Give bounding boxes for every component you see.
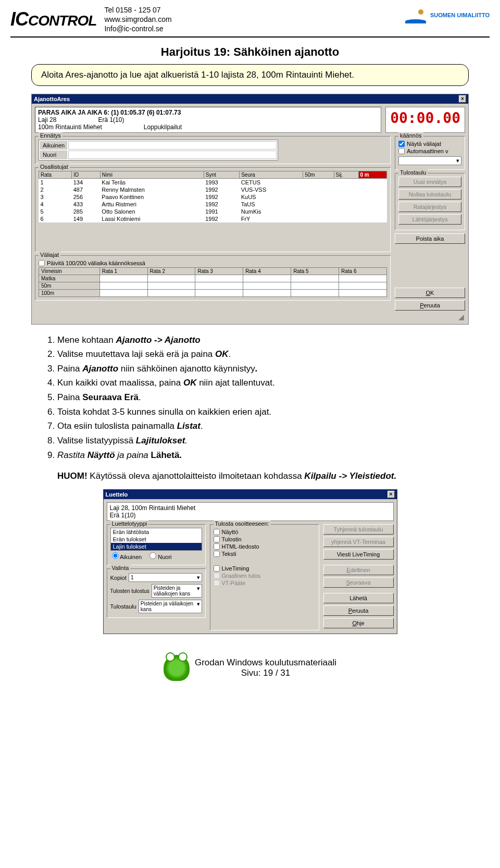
- vr-100m: 100m: [39, 289, 100, 296]
- tulostaulu-label: Tulostaulu: [110, 603, 136, 610]
- nollaa-button[interactable]: Nollaa tulostaulu: [398, 189, 461, 200]
- th-50m[interactable]: 50m: [303, 171, 334, 178]
- footer-line2: Sivu: 19 / 31: [195, 668, 336, 678]
- loppu-text: Loppukilpailut: [144, 123, 182, 131]
- luettelo-title-text: Luettelo: [106, 491, 128, 498]
- uusi-ennatys-button[interactable]: Uusi ennätys: [398, 177, 461, 187]
- naytto-checkbox[interactable]: [214, 529, 220, 535]
- page-header: ICCONTROL Tel 0158 - 125 07 www.simgroda…: [0, 0, 500, 36]
- close-icon[interactable]: ×: [459, 95, 466, 103]
- tyhjenna-vt-button[interactable]: yhjennä VT-Terminaa: [323, 537, 394, 547]
- vr-matka: Matka: [39, 275, 100, 282]
- automaattinen-checkbox[interactable]: [398, 148, 405, 154]
- resize-grip-icon[interactable]: ◢: [35, 313, 465, 321]
- swimmer-icon: [405, 5, 426, 26]
- list-item[interactable]: Erän lähtölista: [111, 528, 202, 536]
- tulosten-select[interactable]: Pisteiden ja väliaikojen kans▾: [152, 584, 202, 598]
- ok-button[interactable]: OK: [395, 288, 465, 298]
- table-row[interactable]: 5285Otto Salonen1991NumKis: [39, 208, 387, 215]
- matka-text: 100m Rintauinti Miehet: [38, 123, 102, 131]
- viesti-button[interactable]: Viesti LiveTiming: [323, 549, 394, 560]
- list-item[interactable]: Erän tulokset: [111, 536, 202, 543]
- livetiming-checkbox[interactable]: [214, 565, 220, 572]
- luettelo-dialog: Luettelo × Laji 28, 100m Rintauinti Mieh…: [103, 489, 397, 634]
- luettelotyyppi-fieldset: Luettelotyyppi Erän lähtölista Erän tulo…: [107, 524, 206, 565]
- th-0m[interactable]: 0 m: [358, 171, 386, 178]
- nayta-valiajat-checkbox[interactable]: [398, 141, 405, 147]
- ajanotto-ares-dialog: AjanottoAres × PARAS AIKA JA AIKA 6: (1)…: [31, 94, 469, 325]
- table-row[interactable]: 4433Arttu Ristmeri1992TaUS: [39, 201, 387, 208]
- th-sij[interactable]: Sij.: [334, 171, 358, 178]
- vh-r2: Rata 2: [147, 267, 195, 275]
- th-id[interactable]: ID: [72, 171, 101, 178]
- th-nimi[interactable]: Nimi: [100, 171, 204, 178]
- kopiot-select[interactable]: 1▾: [129, 573, 202, 582]
- poista-aika-button[interactable]: Poista aika: [395, 233, 465, 244]
- luettelo-titlebar[interactable]: Luettelo ×: [104, 490, 397, 499]
- th-synt[interactable]: Synt: [204, 171, 239, 178]
- teksti-checkbox[interactable]: [214, 551, 220, 557]
- ratajarjestys-button[interactable]: Ratajärjestys: [398, 202, 461, 212]
- tulostaulu-fieldset: Tulostaulu Uusi ennätys Nollaa tulostaul…: [395, 173, 465, 230]
- list-item-selected[interactable]: Lajin tulokset: [111, 543, 202, 550]
- table-row[interactable]: 6149Lassi Kotiniemi1992FrY: [39, 215, 387, 222]
- step-3: Paina Ajanotto niin sähköinen ajanotto k…: [57, 363, 456, 376]
- best-time-box: PARAS AIKA JA AIKA 6: (1) 01:05.37 (6) 0…: [35, 107, 381, 133]
- laji-info-box: Laji 28, 100m Rintauinti Miehet Erä 1(10…: [107, 502, 394, 521]
- osallistujat-fieldset: Osallistujat Rata ID Nimi Synt Seura 50m…: [35, 167, 391, 252]
- tulosta-legend: Tulosta osoitteeseen:: [214, 520, 271, 527]
- close-icon[interactable]: ×: [388, 491, 395, 498]
- laheta-button[interactable]: Lähetä: [323, 593, 394, 603]
- list-type-listbox[interactable]: Erän lähtölista Erän tulokset Lajin tulo…: [110, 528, 202, 551]
- step-9: Rastita Näyttö ja paina Lähetä.: [57, 449, 456, 462]
- table-row[interactable]: 3256Paavo Konttinen1992KuUS: [39, 193, 387, 201]
- ic-control-logo: ICCONTROL: [10, 8, 96, 30]
- huom-text: Käytössä oleva ajanottolaitteisto ilmoit…: [88, 471, 305, 481]
- vh-viimeisin: Viimeisin: [39, 267, 100, 275]
- automaattinen-label: Automaattinen v: [407, 148, 448, 154]
- web-text: www.simgrodan.com: [104, 15, 171, 24]
- nuori-cell: Nuori: [40, 151, 67, 159]
- paivita-checkbox[interactable]: [39, 260, 45, 266]
- vh-r6: Rata 6: [339, 267, 387, 275]
- tulostaulu-select[interactable]: Pisteiden ja väliaikojen kans▾: [139, 600, 202, 613]
- table-row[interactable]: 2487Renny Malmsten1992VUS-VSS: [39, 186, 387, 193]
- chevron-down-icon: ▾: [197, 585, 200, 597]
- tulosta-fieldset: Tulosta osoitteeseen: Näyttö Tulostin HT…: [210, 524, 319, 630]
- vtpaate-checkbox: [214, 580, 220, 586]
- valiajat-fieldset: Väliajat Päivitä 100/200 väliaika käännö…: [35, 255, 391, 301]
- suomen-uimaliitto-label: SUOMEN UIMALIITTO: [430, 12, 490, 19]
- peruuta-button-2[interactable]: Peruuta: [323, 605, 394, 616]
- ennatys-fieldset: Ennätys Aikuinen Nuori: [35, 136, 391, 164]
- kaannos-select[interactable]: ▾: [398, 156, 461, 165]
- tulostaulu-legend: Tulostaulu: [398, 169, 428, 176]
- seuraava-button[interactable]: Seuraava: [323, 577, 394, 588]
- nayta-valiajat-label: Näytä väliajat: [407, 141, 441, 147]
- aikuinen-radio[interactable]: Aikuinen: [112, 552, 142, 560]
- dialog-titlebar[interactable]: AjanottoAres ×: [32, 94, 468, 104]
- participants-table[interactable]: Rata ID Nimi Synt Seura 50m Sij. 0 m 113…: [39, 171, 387, 222]
- lahtojarjestys-button[interactable]: Lähtöjärjestys: [398, 214, 461, 225]
- laji-line: Laji 28, 100m Rintauinti Miehet: [110, 504, 391, 512]
- tulostin-checkbox[interactable]: [214, 536, 220, 542]
- kaannos-legend: käännös: [398, 132, 423, 139]
- ohje-button[interactable]: Ohje: [323, 618, 394, 628]
- paras-aika-text: PARAS AIKA JA AIKA 6: (1) 01:05.37 (6) 0…: [38, 109, 378, 116]
- splits-table: Viimeisin Rata 1 Rata 2 Rata 3 Rata 4 Ra…: [39, 267, 387, 297]
- chevron-down-icon: ▾: [197, 574, 200, 581]
- footer-text-block: Grodan Windows koulutusmateriaali Sivu: …: [195, 658, 336, 678]
- tyhjenna-button[interactable]: Tyhjennä tulostaulu: [323, 524, 394, 535]
- html-checkbox[interactable]: [214, 543, 220, 550]
- page-title: Harjoitus 19: Sähköinen ajanotto: [31, 45, 469, 59]
- record-table: Aikuinen Nuori: [39, 140, 278, 160]
- vh-r3: Rata 3: [195, 267, 243, 275]
- th-seura[interactable]: Seura: [240, 171, 303, 178]
- peruuta-button[interactable]: Peruuta: [395, 300, 465, 311]
- edellinen-button[interactable]: Edellinen: [323, 565, 394, 575]
- step-5: Paina Seuraava Erä.: [57, 391, 456, 404]
- vh-r1: Rata 1: [99, 267, 147, 275]
- table-row[interactable]: 1134Kai Teräs1993CETUS: [39, 178, 387, 186]
- laji-text: Laji 28: [38, 116, 56, 123]
- nuori-radio[interactable]: Nuori: [149, 552, 171, 560]
- th-rata[interactable]: Rata: [39, 171, 72, 178]
